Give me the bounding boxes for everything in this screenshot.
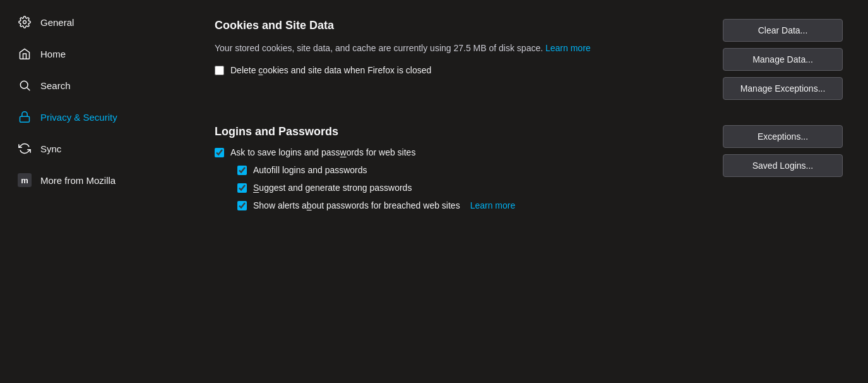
delete-cookies-label: Delete cookies and site data when Firefo… — [230, 65, 431, 75]
saved-logins-button[interactable]: Saved Logins... — [723, 154, 843, 177]
manage-exceptions-button[interactable]: Manage Exceptions... — [723, 77, 843, 100]
sidebar-item-mozilla[interactable]: m More from Mozilla — [5, 166, 184, 195]
clear-data-button[interactable]: Clear Data... — [723, 19, 843, 42]
alerts-row: Show alerts about passwords for breached… — [237, 200, 704, 210]
delete-cookies-row: Delete cookies and site data when Firefo… — [215, 65, 704, 75]
logins-section-title: Logins and Passwords — [215, 125, 704, 138]
delete-cookies-checkbox[interactable] — [215, 66, 224, 75]
sidebar-item-sync-label: Sync — [40, 143, 61, 154]
sidebar-item-search-label: Search — [40, 80, 71, 91]
logins-section: Logins and Passwords Ask to save logins … — [215, 125, 843, 218]
sidebar-item-privacy[interactable]: Privacy & Security — [5, 102, 184, 131]
autofill-label: Autofill logins and passwords — [253, 165, 367, 175]
main-content: Cookies and Site Data Your stored cookie… — [189, 0, 868, 383]
suggest-label: Suggest and generate strong passwords — [253, 183, 412, 193]
search-icon — [18, 78, 32, 92]
sidebar-item-home[interactable]: Home — [5, 39, 184, 68]
sidebar-item-general[interactable]: General — [5, 8, 184, 37]
suggest-row: Suggest and generate strong passwords — [237, 183, 704, 193]
logins-learn-more-link[interactable]: Learn more — [470, 200, 516, 210]
gear-icon — [18, 15, 32, 29]
cookies-buttons: Clear Data... Manage Data... Manage Exce… — [723, 19, 843, 100]
sidebar-item-general-label: General — [40, 17, 74, 28]
sidebar-item-privacy-label: Privacy & Security — [40, 112, 117, 123]
lock-icon — [18, 110, 32, 124]
cookies-section-desc: Your stored cookies, site data, and cach… — [215, 41, 682, 55]
alerts-checkbox[interactable] — [237, 201, 247, 210]
ask-save-row: Ask to save logins and passwords for web… — [215, 147, 704, 157]
home-icon — [18, 47, 32, 61]
ask-save-checkbox[interactable] — [215, 148, 224, 157]
sync-icon — [18, 142, 32, 155]
autofill-checkbox[interactable] — [237, 166, 247, 175]
manage-data-button[interactable]: Manage Data... — [723, 48, 843, 71]
ask-save-label: Ask to save logins and passwords for web… — [230, 147, 415, 157]
svg-point-0 — [23, 21, 27, 24]
cookies-section: Cookies and Site Data Your stored cookie… — [215, 19, 843, 100]
svg-rect-3 — [20, 116, 30, 122]
sidebar-item-search[interactable]: Search — [5, 71, 184, 100]
svg-line-2 — [27, 88, 30, 91]
cookies-learn-more-link[interactable]: Learn more — [545, 43, 591, 53]
cookies-section-title: Cookies and Site Data — [215, 19, 704, 32]
suggest-checkbox[interactable] — [237, 183, 247, 193]
sidebar: General Home Search Privacy & Se — [0, 0, 189, 383]
exceptions-button[interactable]: Exceptions... — [723, 125, 843, 148]
alerts-label: Show alerts about passwords for breached… — [253, 200, 460, 210]
sidebar-item-sync[interactable]: Sync — [5, 134, 184, 163]
sidebar-item-mozilla-label: More from Mozilla — [40, 175, 116, 186]
svg-point-1 — [20, 81, 28, 88]
sidebar-item-home-label: Home — [40, 49, 66, 59]
logins-buttons: Exceptions... Saved Logins... — [723, 125, 843, 177]
autofill-row: Autofill logins and passwords — [237, 165, 704, 175]
mozilla-icon: m — [18, 173, 32, 187]
